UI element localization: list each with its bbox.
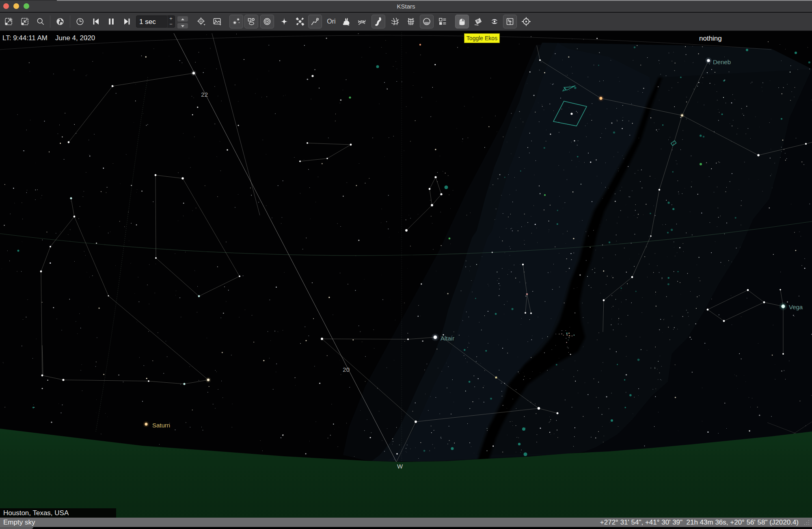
- svg-text:Deneb: Deneb: [713, 59, 731, 65]
- svg-text:nothing: nothing: [699, 35, 722, 42]
- svg-text:22: 22: [201, 91, 208, 98]
- svg-text:Saturn: Saturn: [152, 422, 170, 429]
- svg-text:Ori: Ori: [327, 18, 335, 25]
- svg-text:Vega: Vega: [789, 304, 803, 310]
- svg-text:June 4, 2020: June 4, 2020: [55, 34, 95, 42]
- svg-text:W: W: [397, 463, 403, 470]
- svg-text:Altair: Altair: [441, 335, 454, 342]
- svg-text:20: 20: [343, 366, 350, 373]
- svg-text:LT: 9:44:11 AM: LT: 9:44:11 AM: [2, 34, 48, 42]
